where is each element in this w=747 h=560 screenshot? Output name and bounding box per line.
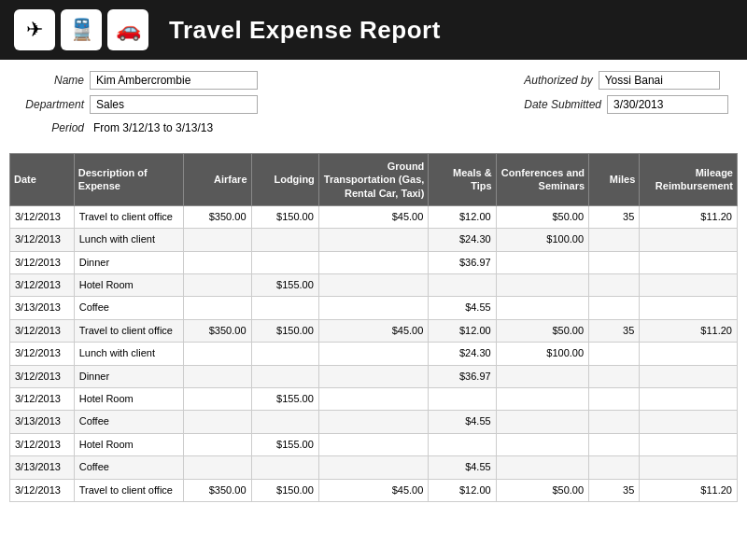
info-section: Name Kim Ambercrombie Department Sales P…	[0, 60, 747, 144]
mileage-cell	[640, 388, 738, 411]
description-cell: Coffee	[74, 456, 184, 479]
col-header-airfare: Airfare	[184, 154, 251, 206]
date-cell: 3/13/2013	[10, 297, 75, 319]
period-label: Period	[19, 121, 84, 134]
authorized-label: Authorized by	[524, 74, 592, 87]
mileage-cell	[640, 411, 738, 433]
meals-cell	[429, 388, 496, 411]
lodging-cell	[251, 365, 318, 387]
airfare-cell	[184, 251, 251, 273]
table-row: 3/12/2013Hotel Room$155.00	[10, 274, 738, 297]
ground-cell	[318, 411, 429, 433]
airfare-cell: $350.00	[184, 479, 251, 501]
table-body: 3/12/2013Travel to client office$350.00$…	[10, 205, 738, 501]
date-cell: 3/12/2013	[10, 365, 75, 387]
meals-cell: $36.97	[429, 251, 496, 273]
meals-cell	[429, 433, 496, 455]
date-cell: 3/12/2013	[10, 479, 75, 501]
description-cell: Coffee	[74, 297, 184, 319]
airfare-cell	[184, 274, 251, 297]
col-header-description: Description of Expense	[74, 154, 184, 206]
ground-cell	[318, 274, 429, 297]
table-row: 3/13/2013Coffee$4.55	[10, 411, 738, 433]
meals-cell: $12.00	[429, 319, 496, 342]
description-cell: Hotel Room	[74, 433, 184, 455]
mileage-cell	[640, 297, 738, 319]
ground-cell	[318, 343, 429, 365]
description-cell: Coffee	[74, 411, 184, 433]
lodging-cell: $155.00	[251, 433, 318, 455]
meals-cell: $12.00	[429, 479, 496, 501]
lodging-cell: $150.00	[251, 205, 318, 228]
mileage-cell	[640, 365, 738, 387]
description-cell: Hotel Room	[74, 388, 184, 411]
conferences-cell	[496, 411, 588, 433]
description-cell: Hotel Room	[74, 274, 184, 297]
mileage-cell	[640, 274, 738, 297]
description-cell: Dinner	[74, 251, 184, 273]
department-row: Department Sales	[19, 95, 258, 114]
table-row: 3/12/2013Lunch with client$24.30$100.00	[10, 229, 738, 251]
table-row: 3/12/2013Hotel Room$155.00	[10, 388, 738, 411]
period-row: Period From 3/12/13 to 3/13/13	[19, 119, 258, 136]
meals-cell: $4.55	[429, 456, 496, 479]
expense-table-container: Date Description of Expense Airfare Lodg…	[0, 144, 747, 502]
lodging-cell	[251, 251, 318, 273]
ground-cell	[318, 433, 429, 455]
expense-table: Date Description of Expense Airfare Lodg…	[9, 153, 738, 502]
conferences-cell	[496, 456, 588, 479]
page-title: Travel Expense Report	[169, 16, 441, 45]
date-cell: 3/12/2013	[10, 343, 75, 365]
info-right: Authorized by Yossi Banai Date Submitted…	[524, 71, 728, 136]
department-value: Sales	[90, 95, 258, 114]
table-row: 3/13/2013Coffee$4.55	[10, 297, 738, 319]
miles-cell	[589, 297, 640, 319]
lodging-cell: $155.00	[251, 274, 318, 297]
table-row: 3/13/2013Coffee$4.55	[10, 456, 738, 479]
lodging-cell	[251, 456, 318, 479]
info-left: Name Kim Ambercrombie Department Sales P…	[19, 71, 258, 136]
description-cell: Lunch with client	[74, 343, 184, 365]
miles-cell	[589, 274, 640, 297]
miles-cell	[589, 251, 640, 273]
airfare-cell: $350.00	[184, 205, 251, 228]
meals-cell: $24.30	[429, 229, 496, 251]
airplane-icon: ✈	[14, 9, 55, 50]
miles-cell: 35	[589, 319, 640, 342]
airfare-cell	[184, 433, 251, 455]
ground-cell	[318, 251, 429, 273]
miles-cell	[589, 343, 640, 365]
ground-cell: $45.00	[318, 479, 429, 501]
name-value: Kim Ambercrombie	[90, 71, 258, 90]
date-cell: 3/13/2013	[10, 456, 75, 479]
conferences-cell	[496, 251, 588, 273]
airfare-cell	[184, 456, 251, 479]
lodging-cell: $150.00	[251, 479, 318, 501]
table-header-row: Date Description of Expense Airfare Lodg…	[10, 154, 738, 206]
conferences-cell: $100.00	[496, 229, 588, 251]
mileage-cell	[640, 251, 738, 273]
mileage-cell	[640, 456, 738, 479]
col-header-meals: Meals & Tips	[429, 154, 496, 206]
col-header-lodging: Lodging	[251, 154, 318, 206]
authorized-row: Authorized by Yossi Banai	[524, 71, 728, 90]
meals-cell: $4.55	[429, 411, 496, 433]
page-header: ✈ 🚆 🚗 Travel Expense Report	[0, 0, 747, 60]
date-cell: 3/13/2013	[10, 411, 75, 433]
col-header-conferences: Conferences and Seminars	[496, 154, 588, 206]
table-row: 3/12/2013Dinner$36.97	[10, 251, 738, 273]
table-row: 3/12/2013Travel to client office$350.00$…	[10, 319, 738, 342]
department-label: Department	[19, 98, 84, 111]
mileage-cell: $11.20	[640, 205, 738, 228]
ground-cell	[318, 297, 429, 319]
mileage-cell: $11.20	[640, 479, 738, 501]
airfare-cell	[184, 365, 251, 387]
lodging-cell	[251, 411, 318, 433]
period-value: From 3/12/13 to 3/13/13	[90, 119, 217, 136]
ground-cell: $45.00	[318, 319, 429, 342]
conferences-cell: $50.00	[496, 479, 588, 501]
lodging-cell: $150.00	[251, 319, 318, 342]
airfare-cell	[184, 229, 251, 251]
miles-cell	[589, 365, 640, 387]
meals-cell: $24.30	[429, 343, 496, 365]
